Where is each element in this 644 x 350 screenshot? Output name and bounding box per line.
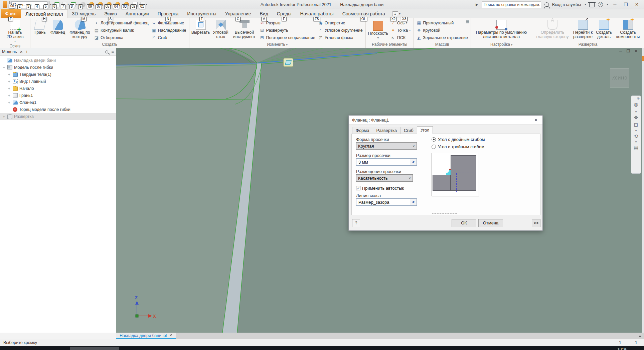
signin-caret-icon[interactable]: ▾ — [585, 3, 586, 6]
search-expand-icon[interactable]: ▶ — [476, 3, 478, 6]
cancel-button[interactable]: Отмена — [478, 219, 503, 227]
button-ucs[interactable]: ⊾ПСК — [389, 34, 412, 41]
tab-совместная-работа[interactable]: Совместная работаOL — [338, 9, 389, 18]
button-corner-seam[interactable]: Угловой стык — [211, 19, 230, 42]
look-at-icon[interactable]: ▤ — [631, 144, 641, 151]
expand-icon[interactable]: + — [7, 101, 11, 105]
browser-add-tab-button[interactable]: + — [25, 49, 28, 54]
viewcube[interactable]: СНИЗУ — [610, 68, 629, 88]
relief-size-input[interactable]: 3 мм> — [356, 158, 417, 166]
close-icon[interactable]: ⊗ — [631, 97, 641, 101]
tab-начало-работы[interactable]: Начало работыZS — [296, 9, 338, 18]
adjust-icon[interactable]: 03 — [122, 1, 130, 9]
button-refold[interactable]: ⊞Повторное сворачивание — [259, 34, 316, 41]
browser-menu-icon[interactable]: ≡ — [111, 49, 114, 54]
double-bend-radio[interactable]: Угол с двойным сгибом — [432, 137, 485, 142]
update-icon[interactable]: 6 — [53, 1, 61, 9]
tab-среды[interactable]: СредыE — [273, 9, 296, 18]
appearance-sphere-icon[interactable]: 09 — [88, 1, 96, 9]
document-tab-close-icon[interactable]: ✕ — [169, 333, 172, 338]
signin-button[interactable]: Вход в службы — [552, 2, 581, 7]
tree-item[interactable]: Накладка двери бани — [0, 57, 116, 64]
dialog-help-button[interactable]: ? — [352, 219, 360, 227]
more-button[interactable]: >> — [532, 219, 540, 227]
tree-item[interactable]: +Начало — [0, 85, 116, 92]
button-sketch-2d[interactable]: Начать 2D-эскиз▾ — [2, 19, 28, 43]
button-point[interactable]: ✦Точка▾ — [389, 27, 412, 34]
taskbar-app-segment[interactable] — [70, 347, 119, 350]
ribbon-collapse-button[interactable]: ▴▾ X2 X3 — [392, 9, 400, 18]
ok-button[interactable]: ОК — [452, 219, 476, 227]
expand-icon[interactable]: + — [7, 86, 11, 91]
relief-size-flyout-button[interactable]: > — [410, 159, 417, 165]
inventor-logo-icon[interactable] — [3, 1, 7, 8]
button-hole[interactable]: ◉Отверстие — [317, 19, 364, 26]
button-face[interactable]: Грань — [32, 19, 48, 42]
tree-item[interactable]: −Модель после гибки — [0, 64, 116, 71]
sheet-metal-style-icon[interactable]: ▾8 — [70, 1, 78, 9]
dialog-tab-развертка[interactable]: Развертка — [373, 127, 400, 134]
appearance-sphere-icon[interactable]: 07 — [96, 1, 104, 9]
tab-аннотации[interactable]: Аннотации — [121, 9, 153, 18]
button-go-flat[interactable]: Перейти к развертке — [572, 19, 594, 42]
tab-эскиз[interactable]: ЭскизS — [100, 9, 121, 18]
expand-icon[interactable]: + — [7, 94, 11, 98]
browser-search-icon[interactable] — [105, 50, 108, 53]
appearance-sphere-icon[interactable]: 05 — [105, 1, 113, 9]
doc-minimize-icon[interactable]: ─ — [619, 49, 622, 53]
dialog-tab-форма[interactable]: Форма — [352, 127, 373, 134]
parameters-icon[interactable]: ▾01 — [140, 1, 148, 9]
tree-item[interactable]: +Фланец1 — [0, 99, 116, 106]
triple-bend-radio[interactable]: Угол с тройным сгибом — [432, 144, 484, 149]
browser-tab-model[interactable]: Модель — [2, 49, 17, 54]
close-button[interactable]: ✕ — [633, 2, 641, 7]
tab-list-menu-icon[interactable]: ≡ — [636, 333, 644, 339]
collapse-icon[interactable]: − — [2, 65, 6, 69]
button-contour-roll[interactable]: ▤Контурный валик — [93, 27, 150, 34]
steering-wheel-icon[interactable]: ◍ — [631, 101, 641, 108]
dialog-close-icon[interactable]: ✕ — [533, 118, 539, 123]
tab-управление[interactable]: УправлениеG — [221, 9, 256, 18]
button-contour-flange[interactable]: Фланец по контуру — [67, 19, 92, 42]
dialog-titlebar[interactable]: Фланец : Фланец1 ✕ — [349, 116, 542, 125]
tree-item[interactable]: +Вид: Главный — [0, 78, 116, 85]
doc-close-icon[interactable]: ✕ — [634, 49, 638, 53]
button-cut[interactable]: Вырезать — [191, 19, 210, 42]
document-tab[interactable]: Накладка двери бани.ipt ✕ — [116, 333, 176, 339]
caret-down-icon[interactable]: ▾ — [631, 129, 641, 132]
dialog-tab-угол[interactable]: Угол — [417, 126, 433, 134]
button-rip[interactable]: ≋Разрыв — [259, 19, 316, 26]
relief-shape-combo[interactable]: Круглая∨ — [356, 142, 417, 150]
button-plane[interactable]: Плоскость▾ — [367, 19, 389, 42]
tab-инструменты[interactable]: ИнструментыT — [183, 9, 220, 18]
browser-close-icon[interactable]: ✕ — [20, 50, 23, 54]
expand-icon[interactable]: + — [7, 79, 11, 83]
button-make-components[interactable]: Создать компоненты — [614, 19, 642, 42]
zoom-window-icon[interactable]: ⊡ — [631, 122, 641, 128]
button-derive[interactable]: ▣Наследование — [150, 27, 187, 34]
button-make-part[interactable]: Создать деталь — [595, 19, 613, 42]
color-icon[interactable]: 9 — [79, 1, 87, 9]
button-sheet-defaults[interactable]: Параметры по умолчанию листового металла — [473, 19, 530, 42]
tree-item[interactable]: +Грань1 — [0, 92, 116, 99]
caret-down-icon[interactable]: ▾ — [631, 110, 641, 114]
button-mirror[interactable]: ◭Зеркальное отражение — [415, 34, 469, 41]
tree-item[interactable]: ✕Торец модели после гибки — [0, 106, 116, 113]
help-caret-icon[interactable]: ▾ — [607, 3, 608, 6]
store-cart-icon[interactable] — [589, 3, 595, 7]
button-corner-round[interactable]: ◜Угловое скругление — [317, 27, 364, 34]
expand-icon[interactable]: + — [2, 115, 6, 119]
tab-проверка[interactable]: ПроверкаN — [153, 9, 183, 18]
help-search-input[interactable]: Поиск по справке и командам. — [482, 1, 541, 8]
pan-hand-icon[interactable]: ✥ — [631, 114, 641, 121]
tree-item[interactable]: +Развертка — [0, 113, 116, 120]
tab-листовой-металл[interactable]: Листовой металлH — [21, 9, 67, 18]
button-hem[interactable]: ◪Отбортовка — [93, 34, 150, 41]
button-bend[interactable]: ⚐Сгиб — [150, 34, 187, 41]
edit-appearance-icon[interactable]: 02 — [131, 1, 139, 9]
help-icon[interactable]: ? — [598, 2, 603, 7]
expand-icon[interactable]: + — [7, 72, 11, 76]
pattern-options-icon[interactable]: ▦ — [466, 19, 469, 24]
button-lofted-flange[interactable]: ◗Лофтированный фланец — [93, 19, 150, 26]
doc-restore-icon[interactable]: ❐ — [627, 49, 630, 53]
